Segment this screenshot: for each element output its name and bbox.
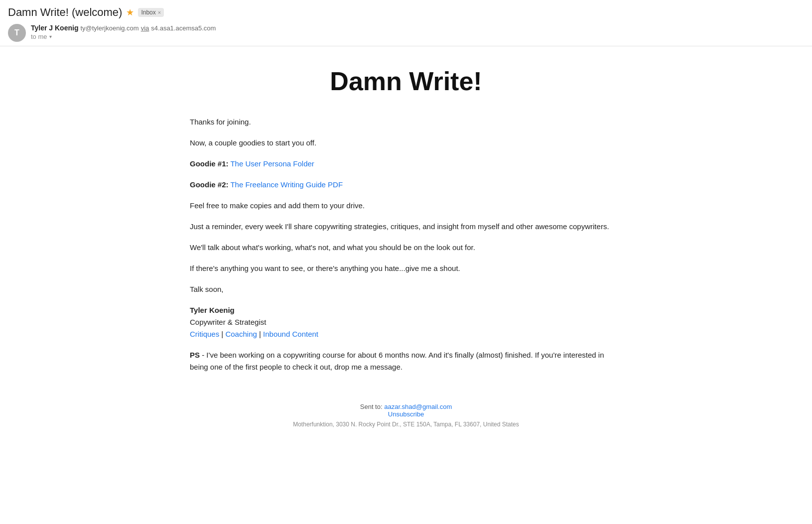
to-me-row: to me ▾ — [31, 33, 216, 40]
sig-link-coaching[interactable]: Coaching — [225, 330, 257, 338]
para-copies: Feel free to make copies and add them to… — [190, 200, 622, 212]
star-icon[interactable]: ★ — [126, 7, 134, 18]
to-me-text: to me — [31, 33, 47, 40]
para-goodie1: Goodie #1: The User Persona Folder — [190, 158, 622, 170]
goodie2-label: Goodie #2: — [190, 180, 229, 189]
sig-link-inbound[interactable]: Inbound Content — [263, 330, 318, 338]
avatar: T — [8, 24, 26, 42]
ps-label: PS — [190, 351, 200, 359]
via-label: via — [141, 24, 149, 32]
para-goodie2: Goodie #2: The Freelance Writing Guide P… — [190, 179, 622, 191]
sender-email: ty@tylerjkoenig.com — [80, 24, 138, 32]
para-thanks: Thanks for joining. — [190, 116, 622, 128]
footer-address: Motherfunktion, 3030 N. Rocky Point Dr.,… — [190, 421, 622, 428]
subject-title: Damn Write! (welcome) — [8, 6, 122, 19]
goodie1-label: Goodie #1: — [190, 159, 229, 168]
footer-sent-to: Sent to: aazar.shad@gmail.com — [190, 403, 622, 410]
goodie2-link[interactable]: The Freelance Writing Guide PDF — [230, 180, 343, 189]
para-working: We'll talk about what's working, what's … — [190, 242, 622, 254]
para-talk-soon: Talk soon, — [190, 283, 622, 295]
inbox-badge: Inbox × — [138, 8, 164, 17]
sent-to-label: Sent to: — [360, 403, 383, 410]
sig-name: Tyler Koenig — [190, 306, 235, 314]
signature-block: Tyler Koenig Copywriter & Strategist Cri… — [190, 304, 622, 340]
sender-info: Tyler J Koenig ty@tylerjkoenig.com via s… — [31, 24, 216, 40]
sender-row: T Tyler J Koenig ty@tylerjkoenig.com via… — [8, 24, 804, 42]
para-ps: PS - I've been working on a copywriting … — [190, 349, 622, 373]
sent-to-email[interactable]: aazar.shad@gmail.com — [384, 403, 452, 410]
email-header: Damn Write! (welcome) ★ Inbox × T Tyler … — [0, 0, 812, 46]
subject-line: Damn Write! (welcome) ★ Inbox × — [8, 6, 804, 19]
para-reminder: Just a reminder, every week I'll share c… — [190, 221, 622, 233]
sig-sep2: | — [259, 330, 263, 338]
sender-name-row: Tyler J Koenig ty@tylerjkoenig.com via s… — [31, 24, 216, 32]
unsubscribe-link[interactable]: Unsubscribe — [388, 410, 424, 418]
para-goodies-intro: Now, a couple goodies to start you off. — [190, 137, 622, 149]
via-server: s4.asa1.acemsa5.com — [151, 24, 216, 32]
goodie1-link[interactable]: The User Persona Folder — [230, 159, 314, 168]
inbox-badge-close[interactable]: × — [158, 9, 161, 15]
footer-area: Sent to: aazar.shad@gmail.com Unsubscrib… — [190, 403, 622, 428]
to-me-dropdown-icon[interactable]: ▾ — [49, 34, 52, 39]
sender-name: Tyler J Koenig — [31, 24, 78, 32]
para-shout: If there's anything you want to see, or … — [190, 262, 622, 274]
inbox-badge-label: Inbox — [141, 9, 155, 16]
sig-title: Copywriter & Strategist — [190, 318, 266, 326]
email-content: Thanks for joining. Now, a couple goodie… — [190, 116, 622, 373]
sig-link-critiques[interactable]: Critiques — [190, 330, 219, 338]
email-main-title: Damn Write! — [190, 66, 622, 96]
footer-unsubscribe: Unsubscribe — [190, 410, 622, 418]
ps-text: - I've been working on a copywriting cou… — [190, 351, 604, 371]
email-body: Damn Write! Thanks for joining. Now, a c… — [182, 46, 630, 458]
